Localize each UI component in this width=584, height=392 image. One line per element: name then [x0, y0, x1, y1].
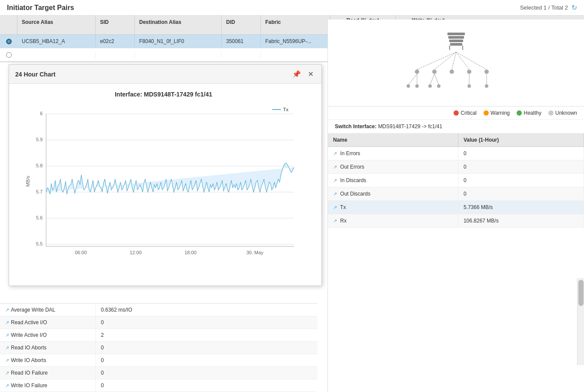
- metric-value-3: 0: [96, 342, 148, 354]
- svg-line-8: [452, 52, 456, 70]
- stats-row: ↗ Rx 106.8267 MB/s: [328, 214, 584, 228]
- chart-svg: 6 5.9 5.8 5.7 5.6 5.5 MB/s 06:00: [24, 103, 303, 259]
- source-alias-1: UCSB5_HBA12_A: [17, 35, 96, 48]
- svg-rect-2: [449, 40, 463, 42]
- row-radio-1[interactable]: [6, 39, 12, 44]
- selected-info: Selected 1 / Total 2: [520, 4, 568, 11]
- stats-header-row: Name Value (1-Hour): [328, 133, 584, 147]
- svg-text:5.8: 5.8: [36, 163, 43, 168]
- svg-text:30. May: 30. May: [246, 250, 264, 255]
- metric-icon-2: ↗: [333, 178, 337, 183]
- svg-line-6: [417, 52, 456, 70]
- svg-text:5.7: 5.7: [36, 189, 43, 194]
- svg-line-18: [430, 74, 434, 85]
- close-button[interactable]: ✕: [306, 69, 315, 79]
- svg-text:5.5: 5.5: [36, 241, 43, 246]
- metric-value-0: 0.6362 ms/IO: [96, 304, 148, 316]
- stat-value-1: 0: [458, 160, 584, 174]
- metric-name-3: ↗ Read IO Aborts: [0, 342, 96, 354]
- svg-point-21: [415, 84, 419, 88]
- stat-value-3: 0: [458, 187, 584, 201]
- metric-row-icon-2: ↗: [5, 332, 9, 338]
- stat-value-0: 0: [458, 147, 584, 160]
- stat-name-0: ↗ In Errors: [328, 147, 458, 160]
- legend-unknown-label: Unknown: [555, 110, 577, 116]
- stats-row: ↗ In Errors 0: [328, 147, 584, 160]
- stats-row: ↗ In Discards 0: [328, 174, 584, 187]
- did-2: [222, 51, 261, 58]
- svg-line-9: [456, 52, 469, 70]
- radio-cell-1[interactable]: [0, 35, 17, 48]
- header-bar: Initiator Target Pairs Selected 1 / Tota…: [0, 0, 584, 16]
- stat-value-2: 0: [458, 174, 584, 187]
- stat-name-4: ↗ Tx: [328, 201, 458, 214]
- stats-row: ↗ Out Errors 0: [328, 160, 584, 174]
- svg-text:06:00: 06:00: [75, 250, 87, 255]
- svg-point-20: [407, 84, 410, 88]
- svg-point-12: [432, 70, 437, 74]
- chart-modal: 24 Hour Chart 📌 ✕ Interface: MDS9148T-17…: [9, 64, 322, 286]
- scrollbar[interactable]: [577, 278, 584, 365]
- legend-unknown: Unknown: [548, 110, 577, 116]
- chart-modal-actions: 📌 ✕: [290, 69, 315, 79]
- main-container: Initiator Target Pairs Selected 1 / Tota…: [0, 0, 584, 392]
- scroll-thumb[interactable]: [578, 280, 584, 306]
- legend: Critical Warning Healthy Unknown: [328, 106, 584, 120]
- col-fabric: Fabric: [261, 16, 330, 34]
- pin-button[interactable]: 📌: [290, 69, 303, 79]
- metric-row-icon-0: ↗: [5, 307, 9, 313]
- metric-name-0: ↗ Average Write DAL: [0, 304, 96, 316]
- stat-name-1: ↗ Out Errors: [328, 160, 458, 174]
- header-right: Selected 1 / Total 2 ↻: [520, 3, 577, 12]
- svg-point-14: [467, 70, 471, 74]
- stat-name-5: ↗ Rx: [328, 214, 458, 228]
- svg-line-7: [434, 52, 456, 70]
- svg-rect-1: [448, 36, 464, 39]
- legend-warning-label: Warning: [491, 110, 510, 116]
- metric-icon-1: ↗: [333, 164, 337, 170]
- svg-text:MB/s: MB/s: [25, 176, 30, 187]
- legend-healthy-label: Healthy: [524, 110, 541, 116]
- metric-icon-0: ↗: [333, 151, 337, 156]
- radio-cell-2[interactable]: [0, 49, 17, 61]
- bottom-metric-row: ↗ Read IO Failure 0: [0, 367, 317, 379]
- fabric-2: [261, 51, 330, 58]
- stat-value-5: 106.8267 MB/s: [458, 214, 584, 228]
- legend-critical: Critical: [454, 110, 477, 116]
- chart-modal-header: 24 Hour Chart 📌 ✕: [9, 65, 321, 84]
- row-radio-2[interactable]: [6, 52, 12, 58]
- bottom-metrics-panel: ↗ Average Write DAL 0.6362 ms/IO ↗ Read …: [0, 303, 317, 392]
- svg-point-15: [484, 70, 489, 74]
- metric-value-2: 2: [96, 329, 148, 341]
- metric-icon-4: ↗: [333, 205, 337, 210]
- col-radio: [0, 16, 17, 34]
- col-dest-alias: Destination Alias: [135, 16, 222, 34]
- svg-point-23: [437, 84, 441, 88]
- dest-alias-1: F8040_N1_0f_LIF0: [135, 35, 222, 48]
- fabric-1: Fabric_N5596UP-...: [261, 35, 330, 48]
- svg-text:6: 6: [40, 111, 43, 116]
- did-1: 350061: [222, 35, 261, 48]
- svg-point-25: [485, 84, 488, 88]
- switch-interface-info: Switch Interface: MDS9148T-17429 -> fc1/…: [328, 120, 584, 133]
- refresh-icon[interactable]: ↻: [571, 3, 577, 12]
- bottom-metric-row: ↗ Read Active I/O 0: [0, 316, 317, 329]
- metric-row-icon-5: ↗: [5, 370, 9, 376]
- switch-value: MDS9148T-17429 -> fc1/41: [378, 123, 442, 130]
- stats-col-name: Name: [328, 133, 458, 147]
- metric-name-5: ↗ Read IO Failure: [0, 367, 96, 379]
- metric-icon-5: ↗: [333, 218, 337, 224]
- network-diagram: [328, 20, 584, 106]
- unknown-dot: [548, 110, 554, 116]
- switch-label: Switch Interface:: [335, 123, 377, 130]
- sid-1: e02c2: [96, 35, 135, 48]
- metric-row-icon-3: ↗: [5, 345, 9, 351]
- stat-value-4: 5.7366 MB/s: [458, 201, 584, 214]
- sid-2: [96, 51, 135, 58]
- chart-interface-title: Interface: MDS9148T-17429 fc1/41: [16, 91, 311, 98]
- bottom-metric-row: ↗ Write Active I/O 2: [0, 329, 317, 342]
- svg-rect-0: [447, 33, 465, 35]
- critical-dot: [454, 110, 459, 116]
- healthy-dot: [517, 110, 522, 116]
- col-source-alias: Source Alias: [17, 16, 96, 34]
